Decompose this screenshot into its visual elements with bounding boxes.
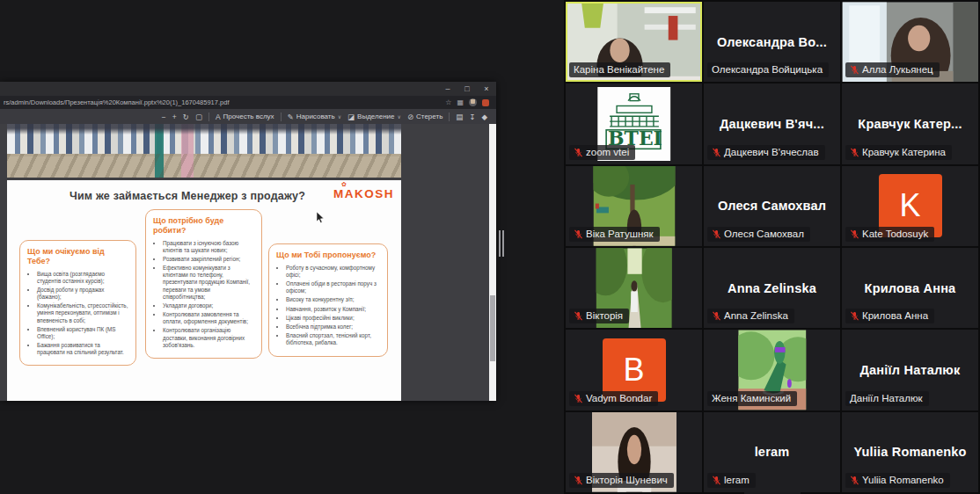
pdf-scrollbar-thumb[interactable] (490, 295, 495, 361)
slide-bullet: Працювати з існуючою базою клієнтів та ш… (163, 240, 254, 254)
close-button[interactable]: × (477, 82, 496, 96)
participant-tile[interactable]: Anna ZelinskaAnna Zelinska (704, 248, 840, 328)
zoom-out-button[interactable]: − (162, 113, 166, 121)
pdf-scrollbar[interactable] (489, 124, 496, 401)
save-button[interactable]: ↧ (469, 113, 475, 121)
shared-browser-window: – □ × rs/admin/Downloads/Презентація%20К… (0, 82, 496, 401)
slide-bullet: Досвід роботи у продажах (бажано); (37, 287, 128, 301)
slide-box-header: Що ми очікуємо від Тебе? (27, 247, 128, 266)
panel-resize-grip[interactable] (499, 230, 504, 257)
slide-bullet: Роботу в сучасному, комфортному офісі; (286, 265, 380, 279)
muted-mic-icon (850, 476, 859, 485)
participant-name-label: Yuliia Romanenko (845, 473, 950, 488)
participant-name-center: Дацкевич В'яч... (704, 117, 840, 131)
participant-name-label: Дацкевич В'ячеслав (707, 145, 825, 160)
slide-bullet: Оплачені обіди в ресторані поруч з офісо… (286, 280, 380, 294)
toolbar-separator (281, 113, 282, 121)
participant-name-text: Kate Todosuyk (862, 229, 928, 240)
slide-bullet: Власний спортзал, тенісний корт, бібліот… (286, 332, 380, 346)
slide-box-header: Що потрібно буде робити? (153, 216, 254, 236)
participant-name-label: Vadym Bondar (569, 391, 658, 406)
muted-mic-icon (574, 476, 583, 485)
participant-tile[interactable]: Каріна Венікайтене (566, 2, 702, 82)
muted-mic-icon (574, 394, 583, 403)
participant-name-text: Кравчук Катерина (862, 147, 946, 158)
participant-name-label: Крилова Анна (845, 309, 934, 323)
participant-name-label: Женя Каминский (707, 391, 797, 406)
slide-bullet: Впевнений користувач ПК (MS Office); (37, 326, 128, 340)
participant-name-text: Алла Лукьянец (862, 64, 933, 76)
profile-avatar-icon[interactable] (469, 98, 477, 106)
slide-bullet: Бажання розвиватися та працювати на спіл… (37, 342, 128, 356)
participant-tile[interactable]: Вікторія (566, 248, 702, 328)
participant-tile[interactable]: leramleram (704, 412, 840, 492)
participant-tile[interactable]: Віка Ратушняк (566, 166, 702, 246)
participant-name-label: Kate Todosuyk (845, 227, 934, 242)
participant-name-center: Даніїл Наталюк (842, 363, 978, 377)
favorites-star-icon[interactable]: ☆ (445, 98, 451, 107)
participant-name-text: Anna Zelinska (724, 310, 788, 322)
participant-name-label: Anna Zelinska (707, 309, 794, 323)
participant-name-label: Олександра Войцицька (707, 62, 829, 77)
slide-bullet: Контролювати організацію доставки, викон… (163, 327, 254, 349)
muted-mic-icon (850, 311, 859, 321)
participant-tile[interactable]: Кравчук Катер...Кравчук Катерина (842, 84, 978, 163)
participant-tile[interactable]: Дацкевич В'яч...Дацкевич В'ячеслав (704, 84, 840, 163)
makosh-logo: ✿MAKOSH (333, 187, 394, 200)
print-button[interactable]: ▤ (456, 113, 463, 121)
participant-name-center: Олександра Во... (704, 35, 840, 49)
slide-bullet: Цікаві професійні виклики; (286, 315, 380, 322)
minimize-button[interactable]: – (438, 82, 457, 96)
slide-bullet: Всебічна підтримка колег; (286, 323, 380, 331)
read-aloud-button[interactable]: AПрочесть вслух (216, 113, 274, 121)
participant-tile[interactable]: KKate Todosuyk (842, 166, 978, 246)
slide-box-duties: Що потрібно буде робити? Працювати з існ… (145, 209, 262, 359)
muted-mic-icon (850, 229, 859, 239)
participant-name-center: Кравчук Катер... (842, 117, 978, 131)
participant-name-text: Vadym Bondar (586, 393, 652, 404)
screen-share-area: – □ × rs/admin/Downloads/Презентація%20К… (0, 0, 564, 494)
participant-tile[interactable]: Алла Лукьянец (842, 2, 978, 82)
participant-name-label: leram (707, 473, 756, 488)
group-photo (7, 124, 401, 178)
highlight-button[interactable]: ◪Выделение∨ (347, 113, 401, 121)
eraser-icon: ⊘ (407, 113, 413, 121)
muted-mic-icon (850, 148, 859, 157)
participant-tile[interactable]: Женя Каминский (704, 330, 840, 410)
rotate-button[interactable]: ↻ (183, 113, 189, 121)
participant-tile[interactable]: Олександра Во...Олександра Войцицька (704, 2, 840, 82)
muted-mic-icon (712, 476, 721, 485)
participant-name-text: zoom vtei (586, 147, 629, 158)
participant-tile[interactable]: Даніїл НаталюкДаніїл Наталюк (842, 330, 978, 410)
participant-name-text: Дацкевич В'ячеслав (724, 147, 819, 158)
zoom-in-button[interactable]: + (172, 113, 177, 121)
slide-box-offer: Що ми Тобі пропонуємо? Роботу в сучасном… (268, 243, 388, 357)
pin-toolbar-button[interactable]: ◆ (481, 113, 487, 121)
extensions-icon[interactable]: ▦ (457, 98, 464, 107)
participant-name-text: Даніїл Наталюк (850, 393, 923, 404)
pen-icon: ✎ (288, 113, 294, 121)
pin-icon: ◆ (481, 113, 487, 121)
erase-button[interactable]: ⊘Стереть (407, 113, 442, 121)
participant-tile[interactable]: ВТЕІ zoom vtei (566, 84, 702, 163)
slide-page: Чим же займається Менеджер з продажу? ✿M… (7, 180, 401, 401)
participant-tile[interactable]: Вікторія Шуневич (566, 412, 702, 492)
participant-tile[interactable]: Yuliia RomanenkoYuliia Romanenko (842, 412, 978, 492)
draw-button[interactable]: ✎Нарисовать∨ (288, 113, 341, 121)
participant-tile[interactable]: Олеся СамохвалОлеся Самохвал (704, 166, 840, 246)
maximize-button[interactable]: □ (457, 82, 477, 96)
participant-tile[interactable]: BVadym Bondar (566, 330, 702, 410)
url-text[interactable]: rs/admin/Downloads/Презентація%20Компані… (4, 98, 445, 106)
participant-name-text: Вікторія (586, 310, 623, 322)
chevron-down-icon: ∨ (398, 113, 401, 120)
zoom-meeting-window: – □ × rs/admin/Downloads/Презентація%20К… (0, 0, 980, 494)
slide-bullet: Високу та конкурентну з/п; (286, 296, 380, 303)
fit-page-button[interactable]: ▢ (195, 113, 202, 121)
browser-address-bar[interactable]: rs/admin/Downloads/Презентація%20Компані… (0, 96, 496, 109)
muted-mic-icon (712, 311, 721, 321)
edge-orange-icon[interactable] (482, 99, 489, 106)
chevron-down-icon: ∨ (338, 113, 341, 120)
participant-name-label: Кравчук Катерина (845, 145, 952, 160)
participant-tile[interactable]: Крилова АннаКрилова Анна (842, 248, 978, 328)
muted-mic-icon (712, 229, 721, 239)
